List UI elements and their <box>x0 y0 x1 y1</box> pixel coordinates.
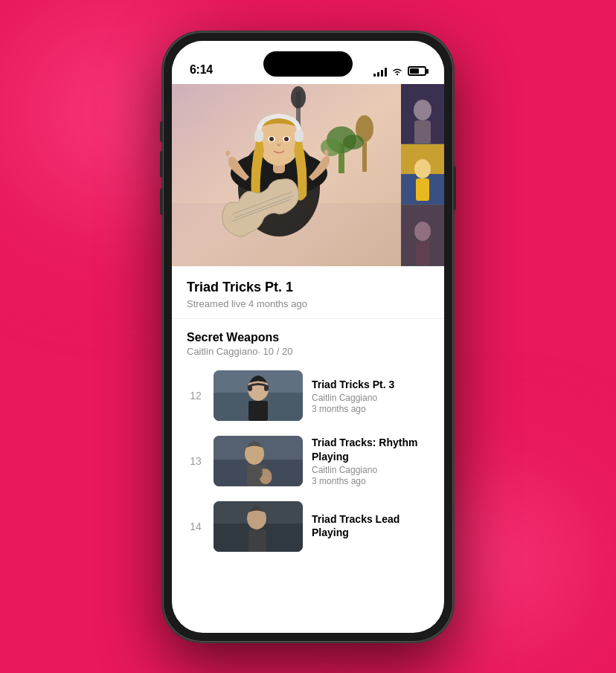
item-author-13: Caitlin Caggiano <box>312 465 429 475</box>
svg-rect-21 <box>295 130 304 142</box>
item-thumbnail-12 <box>214 370 303 421</box>
phone-screen: 6:14 <box>172 41 444 633</box>
list-item[interactable]: 13 <box>172 428 444 494</box>
video-title: Triad Tricks Pt. 1 <box>187 280 429 296</box>
svg-point-11 <box>291 86 306 109</box>
svg-point-8 <box>321 138 341 156</box>
svg-rect-38 <box>248 401 268 421</box>
item-number: 14 <box>187 521 205 532</box>
item-thumbnail-13 <box>214 436 303 486</box>
volume-up-button[interactable] <box>160 151 163 178</box>
svg-point-19 <box>284 137 289 141</box>
svg-rect-20 <box>254 130 263 142</box>
item-title-14: Triad Tracks Lead Playing <box>312 512 429 539</box>
video-thumbnails <box>401 84 444 266</box>
svg-point-33 <box>414 222 431 241</box>
playlist-section: Secret Weapons Caitlin Caggiano· 10 / 20 <box>172 319 444 363</box>
video-player[interactable] <box>172 84 444 266</box>
svg-point-0 <box>397 73 398 74</box>
info-section: Triad Tricks Pt. 1 Streamed live 4 month… <box>172 266 444 320</box>
signal-icon <box>373 66 387 77</box>
playlist-name: Secret Weapons <box>187 331 429 344</box>
video-content-svg <box>172 84 401 266</box>
svg-point-26 <box>414 100 431 120</box>
list-item[interactable]: 12 <box>172 363 444 428</box>
item-title-13: Triad Tracks: Rhythm Playing <box>312 436 429 463</box>
svg-point-30 <box>414 159 431 178</box>
silent-button[interactable] <box>160 121 163 142</box>
status-icons <box>373 66 426 77</box>
item-info-12: Triad Tricks Pt. 3 Caitlin Caggiano 3 mo… <box>312 378 429 414</box>
thumbnail-3[interactable] <box>401 205 444 266</box>
screen-content: Triad Tricks Pt. 1 Streamed live 4 month… <box>172 84 444 633</box>
svg-rect-50 <box>248 529 266 552</box>
playlist-meta: Caitlin Caggiano· 10 / 20 <box>187 346 429 357</box>
svg-rect-27 <box>414 120 431 144</box>
item-number: 12 <box>187 390 205 402</box>
status-time: 6:14 <box>190 63 213 77</box>
item-date-13: 3 months ago <box>312 476 429 486</box>
thumbnail-1[interactable] <box>401 84 444 145</box>
item-title-12: Triad Tricks Pt. 3 <box>312 378 429 391</box>
dynamic-island <box>263 51 353 77</box>
volume-down-button[interactable] <box>160 188 163 215</box>
item-author-12: Caitlin Caggiano <box>312 393 429 403</box>
item-thumbnail-14 <box>214 501 303 552</box>
thumbnail-2[interactable] <box>401 144 444 205</box>
item-date-12: 3 months ago <box>312 404 429 414</box>
video-list: 12 <box>172 363 444 574</box>
svg-point-9 <box>343 135 364 149</box>
svg-rect-34 <box>416 241 429 266</box>
item-info-13: Triad Tracks: Rhythm Playing Caitlin Cag… <box>312 436 429 486</box>
item-info-14: Triad Tracks Lead Playing <box>312 512 429 541</box>
power-button[interactable] <box>453 166 456 210</box>
battery-icon <box>408 66 426 76</box>
phone-frame: 6:14 <box>163 32 453 642</box>
item-number: 13 <box>187 455 205 467</box>
svg-point-18 <box>269 137 274 141</box>
svg-rect-31 <box>416 178 429 201</box>
video-main <box>172 84 401 266</box>
list-item[interactable]: 14 Triad Tracks Lead Playing <box>172 494 444 559</box>
wifi-icon <box>391 67 403 76</box>
video-subtitle: Streamed live 4 months ago <box>187 298 429 309</box>
svg-rect-5 <box>362 142 367 172</box>
